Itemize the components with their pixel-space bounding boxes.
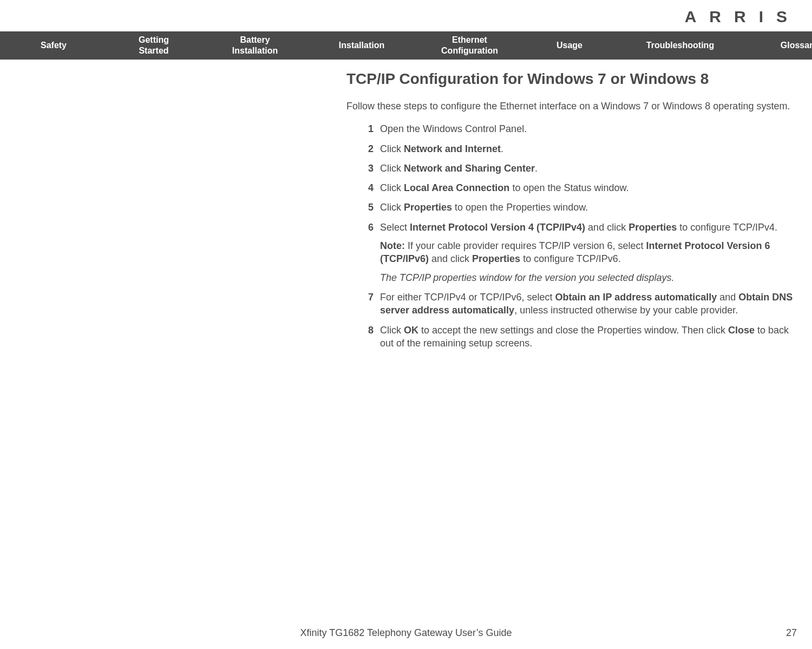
- step-7-mid: and: [717, 292, 738, 303]
- step-6-post: to configure TCP/IPv4.: [677, 222, 777, 233]
- step-7-post: , unless instructed otherwise by your ca…: [514, 305, 738, 316]
- step-3-post: .: [535, 163, 538, 174]
- step-6-note: Note: If your cable provider requires TC…: [380, 239, 798, 266]
- step-2-post: .: [501, 143, 503, 154]
- nav-troubleshooting[interactable]: Troubleshooting: [613, 40, 747, 51]
- step-6: Select Internet Protocol Version 4 (TCP/…: [346, 221, 798, 284]
- nav-installation[interactable]: Installation: [310, 40, 414, 51]
- nav-getting-started[interactable]: Getting Started: [107, 35, 200, 56]
- step-6-pre: Select: [380, 222, 410, 233]
- step-4: Click Local Area Connection to open the …: [346, 181, 798, 194]
- step-4-pre: Click: [380, 182, 404, 193]
- step-4-bold-1: Local Area Connection: [404, 182, 509, 193]
- step-1: Open the Windows Control Panel.: [346, 122, 798, 135]
- footer-doc-title: Xfinity TG1682 Telephony Gateway User’s …: [300, 627, 512, 639]
- step-3-bold-1: Network and Sharing Center: [404, 163, 535, 174]
- page-content: TCP/IP Configuration for Windows 7 or Wi…: [346, 70, 798, 356]
- nav-usage[interactable]: Usage: [526, 40, 613, 51]
- step-2: Click Network and Internet.: [346, 142, 798, 155]
- step-5-post: to open the Properties window.: [452, 202, 588, 213]
- step-6-note-bold-2: Properties: [472, 253, 520, 264]
- step-8: Click OK to accept the new settings and …: [346, 324, 798, 350]
- nav-glossary[interactable]: Glossary: [747, 40, 812, 51]
- step-6-note-post: to configure TCP/IPv6.: [520, 253, 621, 264]
- footer-page-number: 27: [786, 627, 797, 639]
- step-8-mid: to accept the new settings and close the…: [418, 325, 728, 336]
- step-2-bold-1: Network and Internet: [404, 143, 501, 154]
- page-footer: Xfinity TG1682 Telephony Gateway User’s …: [0, 627, 812, 643]
- step-2-pre: Click: [380, 143, 404, 154]
- step-5-bold-1: Properties: [404, 202, 452, 213]
- page-heading: TCP/IP Configuration for Windows 7 or Wi…: [346, 70, 798, 88]
- step-6-result: The TCP/IP properties window for the ver…: [380, 271, 798, 284]
- nav-ethernet-configuration[interactable]: Ethernet Configuration: [414, 35, 526, 56]
- step-3-pre: Click: [380, 163, 404, 174]
- intro-paragraph: Follow these steps to configure the Ethe…: [346, 100, 798, 113]
- step-1-text: Open the Windows Control Panel.: [380, 123, 527, 134]
- step-3: Click Network and Sharing Center.: [346, 162, 798, 175]
- top-nav: Safety Getting Started Battery Installat…: [0, 31, 812, 60]
- step-6-note-mid: and click: [429, 253, 472, 264]
- step-5-pre: Click: [380, 202, 404, 213]
- step-4-post: to open the Status window.: [509, 182, 628, 193]
- step-6-note-pre: If your cable provider requires TCP/IP v…: [405, 240, 646, 251]
- nav-safety[interactable]: Safety: [0, 40, 107, 51]
- step-6-bold-2: Properties: [628, 222, 677, 233]
- step-8-bold-2: Close: [728, 325, 755, 336]
- brand-logo: ARRIS: [685, 8, 800, 26]
- step-8-bold-1: OK: [404, 325, 418, 336]
- step-7-bold-1: Obtain an IP address automatically: [555, 292, 717, 303]
- step-5: Click Properties to open the Properties …: [346, 201, 798, 214]
- step-8-pre: Click: [380, 325, 404, 336]
- step-6-mid: and click: [585, 222, 628, 233]
- step-6-note-label: Note:: [380, 240, 405, 251]
- step-7-pre: For either TCP/IPv4 or TCP/IPv6, select: [380, 292, 555, 303]
- step-6-bold-1: Internet Protocol Version 4 (TCP/IPv4): [410, 222, 585, 233]
- nav-battery-installation[interactable]: Battery Installation: [200, 35, 310, 56]
- steps-list: Open the Windows Control Panel. Click Ne…: [346, 122, 798, 350]
- step-7: For either TCP/IPv4 or TCP/IPv6, select …: [346, 291, 798, 317]
